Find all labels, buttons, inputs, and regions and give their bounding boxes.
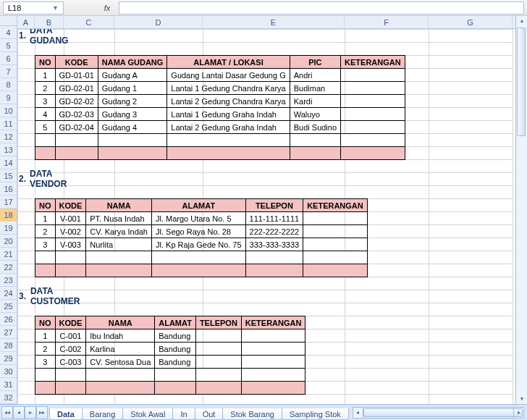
row-header-17[interactable]: 17 (0, 196, 17, 209)
row-header-4[interactable]: 4 (0, 26, 17, 39)
horizontal-scrollbar[interactable]: ◂ ▸ (353, 407, 524, 419)
table-cell[interactable] (241, 356, 305, 369)
table-cell[interactable]: Budi Sudino (290, 121, 340, 134)
select-all-corner[interactable] (0, 16, 17, 26)
table-cell[interactable]: 2 (35, 225, 56, 238)
row-header-9[interactable]: 9 (0, 91, 17, 104)
table-cell[interactable] (195, 329, 241, 343)
table-cell[interactable]: 4 (35, 108, 56, 121)
sheet-tab-barang[interactable]: Barang (82, 408, 123, 420)
table-cell[interactable]: GD-01-01 (55, 69, 98, 82)
column-header-A[interactable]: A (17, 16, 35, 28)
table-cell[interactable]: 3 (35, 356, 56, 369)
column-header-F[interactable]: F (345, 16, 429, 28)
table-cell[interactable]: Bandung (155, 356, 196, 369)
row-header-31[interactable]: 31 (0, 378, 17, 391)
table-cell[interactable]: Lantai 2 Gedung Chandra Karya (167, 95, 290, 108)
scroll-down-icon[interactable]: ▾ (516, 394, 527, 404)
table-cell[interactable]: 1 (35, 69, 56, 82)
sheet-tab-stok-barang[interactable]: Stok Barang (222, 408, 282, 420)
row-header-25[interactable]: 25 (0, 300, 17, 313)
column-header-C[interactable]: C (64, 16, 114, 28)
cells-area[interactable]: 1.DATA GUDANGNOKODENAMA GUDANGALAMAT / L… (17, 29, 515, 404)
table-cell[interactable]: GD-02-02 (55, 95, 98, 108)
table-cell[interactable]: V-003 (55, 238, 86, 251)
row-header-27[interactable]: 27 (0, 326, 17, 339)
row-header-23[interactable]: 23 (0, 274, 17, 287)
vertical-scroll-thumb[interactable] (517, 28, 526, 136)
column-header-D[interactable]: D (114, 16, 203, 28)
table-cell[interactable]: Bandung (155, 343, 196, 356)
row-header-24[interactable]: 24 (0, 287, 17, 300)
table-cell[interactable]: C-001 (55, 329, 86, 343)
table-cell[interactable]: 3 (35, 95, 56, 108)
sheet-tab-sampling-stok[interactable]: Sampling Stok (282, 408, 349, 420)
row-header-10[interactable]: 10 (0, 104, 17, 117)
table-cell[interactable] (341, 108, 405, 121)
row-header-20[interactable]: 20 (0, 235, 17, 248)
table-cell[interactable] (241, 329, 305, 343)
table-cell[interactable]: PT. Nusa Indah (86, 212, 152, 225)
table-cell[interactable]: Jl. Margo Utara No. 5 (151, 212, 245, 225)
row-header-6[interactable]: 6 (0, 52, 17, 65)
table-cell[interactable]: Lantai 2 Gedung Graha Indah (167, 121, 290, 134)
table-cell[interactable]: Nurlita (86, 238, 152, 251)
table-cell[interactable]: 1 (35, 212, 56, 225)
row-header-26[interactable]: 26 (0, 313, 17, 326)
table-cell[interactable]: GD-02-03 (55, 108, 98, 121)
row-header-7[interactable]: 7 (0, 65, 17, 78)
formula-input[interactable] (119, 1, 524, 14)
table-cell[interactable] (195, 356, 241, 369)
table-cell[interactable]: GD-02-01 (55, 82, 98, 95)
table-cell[interactable]: 3 (35, 238, 56, 251)
table-cell[interactable]: Jl. Sego Raya No. 28 (151, 225, 245, 238)
column-header-B[interactable]: B (35, 16, 64, 28)
table-cell[interactable]: Gudang Lantai Dasar Gedung G (167, 69, 290, 82)
row-header-18[interactable]: 18 (0, 209, 17, 222)
insert-function-button[interactable]: fx (98, 1, 116, 14)
sheet-tab-stok-awal[interactable]: Stok Awal (122, 408, 173, 420)
table-cell[interactable] (241, 343, 305, 356)
table-cell[interactable]: CV. Sentosa Dua (86, 356, 155, 369)
name-box[interactable]: L18 ▼ (3, 1, 64, 14)
table-cell[interactable] (341, 121, 405, 134)
table-cell[interactable]: 1 (35, 329, 56, 343)
table-cell[interactable]: Gudang A (98, 69, 167, 82)
table-cell[interactable]: Ibu Indah (86, 329, 155, 343)
sheet-nav-prev-button[interactable]: ◂ (13, 406, 25, 419)
table-cell[interactable]: Gudang 4 (98, 121, 167, 134)
table-cell[interactable]: 333-333-3333 (245, 238, 303, 251)
row-header-16[interactable]: 16 (0, 182, 17, 196)
row-header-15[interactable]: 15 (0, 169, 17, 182)
row-header-32[interactable]: 32 (0, 391, 17, 404)
table-cell[interactable]: C-002 (55, 343, 86, 356)
row-header-28[interactable]: 28 (0, 339, 17, 352)
table-cell[interactable]: Gudang 2 (98, 95, 167, 108)
name-box-dropdown-icon[interactable]: ▼ (52, 2, 59, 14)
row-header-5[interactable]: 5 (0, 39, 17, 52)
row-header-14[interactable]: 14 (0, 156, 17, 169)
table-cell[interactable]: 2 (35, 82, 56, 95)
table-cell[interactable]: C-003 (55, 356, 86, 369)
row-header-22[interactable]: 22 (0, 261, 17, 274)
sheet-tab-data[interactable]: Data (49, 408, 83, 420)
table-cell[interactable]: Budiman (290, 82, 340, 95)
column-header-G[interactable]: G (429, 16, 513, 28)
vertical-scrollbar[interactable]: ▴ ▾ (515, 16, 527, 404)
table-cell[interactable]: CV. Karya Indah (86, 225, 152, 238)
table-cell[interactable] (303, 238, 368, 251)
horizontal-scroll-thumb[interactable] (363, 408, 523, 417)
table-cell[interactable]: Bandung (155, 329, 196, 343)
table-cell[interactable]: Jl. Kp Raja Gede No. 75 (151, 238, 245, 251)
table-cell[interactable]: V-002 (55, 225, 86, 238)
table-cell[interactable] (341, 69, 405, 82)
scroll-left-icon[interactable]: ◂ (353, 408, 363, 418)
scroll-right-icon[interactable]: ▸ (513, 408, 523, 418)
table-cell[interactable] (303, 212, 368, 225)
table-cell[interactable]: V-001 (55, 212, 86, 225)
table-cell[interactable]: GD-02-04 (55, 121, 98, 134)
row-header-21[interactable]: 21 (0, 248, 17, 261)
sheet-tab-out[interactable]: Out (195, 408, 224, 420)
row-header-8[interactable]: 8 (0, 78, 17, 91)
table-cell[interactable]: 2 (35, 343, 56, 356)
